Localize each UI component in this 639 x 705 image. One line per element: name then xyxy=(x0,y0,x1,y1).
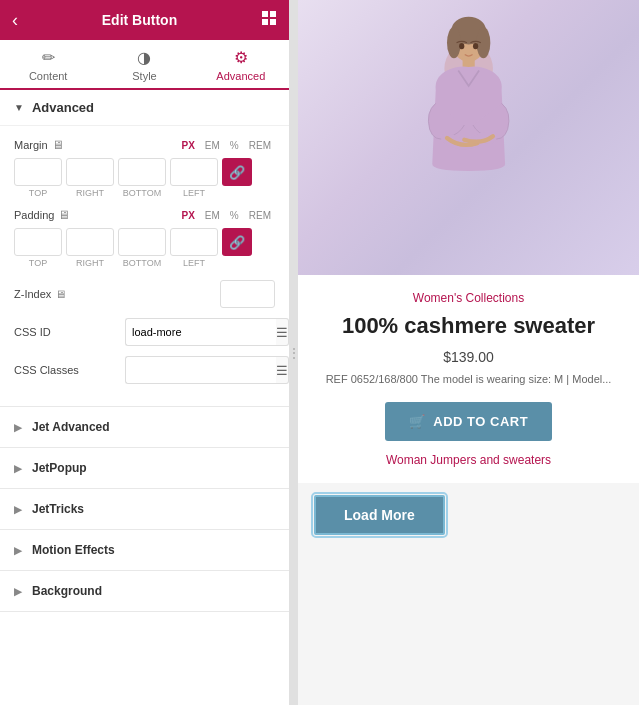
advanced-section-header[interactable]: ▼ Advanced xyxy=(0,90,289,126)
z-index-row: Z-Index 🖥 xyxy=(14,280,275,308)
margin-row: Margin 🖥 PX EM % REM xyxy=(14,138,275,152)
svg-rect-2 xyxy=(262,19,268,25)
css-id-row: CSS ID ☰ xyxy=(14,318,275,346)
add-to-cart-button[interactable]: 🛒 ADD TO CART xyxy=(385,402,552,441)
margin-bottom-input[interactable] xyxy=(118,158,166,186)
panel-header: ‹ Edit Button xyxy=(0,0,289,40)
margin-top-input[interactable] xyxy=(14,158,62,186)
product-price: $139.00 xyxy=(314,349,623,365)
jet-advanced-header[interactable]: ▶ Jet Advanced xyxy=(0,407,289,447)
background-section: ▶ Background xyxy=(0,571,289,612)
svg-rect-3 xyxy=(270,19,276,25)
margin-label: Margin 🖥 xyxy=(14,138,69,152)
tab-content[interactable]: ✏ Content xyxy=(0,40,96,88)
margin-unit-px[interactable]: PX xyxy=(178,139,199,152)
padding-bottom-input[interactable] xyxy=(118,228,166,256)
load-more-area: Load More xyxy=(298,483,639,547)
monitor-icon: 🖥 xyxy=(52,138,64,152)
advanced-section-content: Margin 🖥 PX EM % REM 🔗 TOP RIGHT xyxy=(0,126,289,407)
css-classes-label: CSS Classes xyxy=(14,364,94,376)
css-classes-input-wrap: ☰ xyxy=(125,356,275,384)
margin-left-input[interactable] xyxy=(170,158,218,186)
padding-unit-px[interactable]: PX xyxy=(178,209,199,222)
load-more-button[interactable]: Load More xyxy=(314,495,445,535)
motion-effects-header[interactable]: ▶ Motion Effects xyxy=(0,530,289,570)
svg-point-7 xyxy=(447,27,461,58)
product-name: 100% cashmere sweater xyxy=(314,313,623,339)
css-classes-row: CSS Classes ☰ xyxy=(14,356,275,384)
background-header[interactable]: ▶ Background xyxy=(0,571,289,611)
grid-button[interactable] xyxy=(261,10,277,30)
tab-style[interactable]: ◑ Style xyxy=(96,40,192,88)
panel-resizer[interactable] xyxy=(290,0,298,705)
padding-unit-rem[interactable]: REM xyxy=(245,209,275,222)
panel-title: Edit Button xyxy=(18,12,261,28)
product-info: Women's Collections 100% cashmere sweate… xyxy=(298,275,639,483)
padding-link-button[interactable]: 🔗 xyxy=(222,228,252,256)
svg-rect-0 xyxy=(262,11,268,17)
panel-body: ▼ Advanced Margin 🖥 PX EM % REM xyxy=(0,90,289,705)
arrow-icon-2: ▶ xyxy=(14,463,22,474)
arrow-icon-4: ▶ xyxy=(14,545,22,556)
product-ref: REF 0652/168/800 The model is wearing si… xyxy=(314,371,623,388)
arrow-icon: ▶ xyxy=(14,422,22,433)
jet-advanced-section: ▶ Jet Advanced xyxy=(0,407,289,448)
jettricks-section: ▶ JetTricks xyxy=(0,489,289,530)
arrow-icon-5: ▶ xyxy=(14,586,22,597)
css-classes-input[interactable] xyxy=(125,356,276,384)
margin-inputs: 🔗 xyxy=(14,158,275,186)
padding-labels: TOP RIGHT BOTTOM LEFT xyxy=(14,258,275,268)
padding-row: Padding 🖥 PX EM % REM xyxy=(14,208,275,222)
padding-label: Padding 🖥 xyxy=(14,208,69,222)
css-id-action-button[interactable]: ☰ xyxy=(276,318,289,346)
margin-unit-rem[interactable]: REM xyxy=(245,139,275,152)
jetpopup-header[interactable]: ▶ JetPopup xyxy=(0,448,289,488)
product-category: Woman Jumpers and sweaters xyxy=(314,453,623,467)
svg-rect-1 xyxy=(270,11,276,17)
cart-icon: 🛒 xyxy=(409,414,426,429)
padding-unit-tabs: PX EM % REM xyxy=(178,209,275,222)
css-id-input-wrap: ☰ xyxy=(125,318,275,346)
z-index-input[interactable] xyxy=(220,280,275,308)
monitor-icon-3: 🖥 xyxy=(55,288,66,300)
product-image xyxy=(298,0,639,275)
css-id-input[interactable] xyxy=(125,318,276,346)
margin-link-button[interactable]: 🔗 xyxy=(222,158,252,186)
margin-unit-em[interactable]: EM xyxy=(201,139,224,152)
padding-top-input[interactable] xyxy=(14,228,62,256)
jettricks-header[interactable]: ▶ JetTricks xyxy=(0,489,289,529)
margin-right-input[interactable] xyxy=(66,158,114,186)
arrow-icon-3: ▶ xyxy=(14,504,22,515)
chevron-down-icon: ▼ xyxy=(14,102,24,113)
padding-left-input[interactable] xyxy=(170,228,218,256)
padding-right-input[interactable] xyxy=(66,228,114,256)
svg-point-10 xyxy=(459,43,464,49)
style-icon: ◑ xyxy=(137,48,151,67)
content-icon: ✏ xyxy=(42,48,55,67)
css-id-label: CSS ID xyxy=(14,326,94,338)
product-collection: Women's Collections xyxy=(314,291,623,305)
jetpopup-section: ▶ JetPopup xyxy=(0,448,289,489)
z-index-label: Z-Index 🖥 xyxy=(14,288,104,300)
right-panel: Women's Collections 100% cashmere sweate… xyxy=(298,0,639,705)
margin-unit-pct[interactable]: % xyxy=(226,139,243,152)
panel-tabs: ✏ Content ◑ Style ⚙ Advanced xyxy=(0,40,289,90)
svg-point-8 xyxy=(476,27,490,58)
monitor-icon-2: 🖥 xyxy=(58,208,70,222)
margin-unit-tabs: PX EM % REM xyxy=(178,139,275,152)
padding-unit-em[interactable]: EM xyxy=(201,209,224,222)
tab-advanced[interactable]: ⚙ Advanced xyxy=(193,40,289,90)
padding-inputs: 🔗 xyxy=(14,228,275,256)
advanced-icon: ⚙ xyxy=(234,48,248,67)
motion-effects-section: ▶ Motion Effects xyxy=(0,530,289,571)
left-panel: ‹ Edit Button ✏ Content ◑ Style ⚙ Advanc… xyxy=(0,0,290,705)
svg-point-11 xyxy=(473,43,478,49)
padding-unit-pct[interactable]: % xyxy=(226,209,243,222)
margin-labels: TOP RIGHT BOTTOM LEFT xyxy=(14,188,275,198)
